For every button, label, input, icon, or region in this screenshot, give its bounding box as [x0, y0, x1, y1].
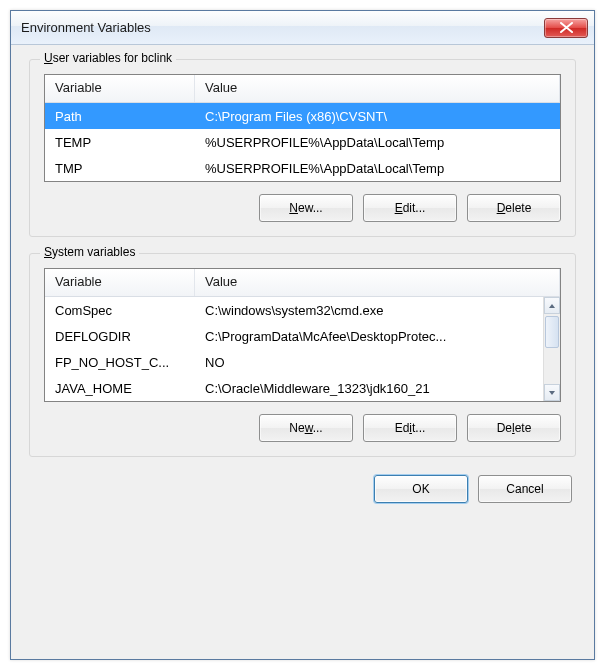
- user-variables-list[interactable]: Variable Value Path C:\Program Files (x8…: [44, 74, 561, 182]
- system-new-button[interactable]: New...: [259, 414, 353, 442]
- list-header: Variable Value: [45, 269, 560, 297]
- list-row[interactable]: FP_NO_HOST_C... NO: [45, 349, 560, 375]
- user-buttons-row: New... Edit... Delete: [44, 194, 561, 222]
- user-variables-label: User variables for bclink: [40, 51, 176, 65]
- cell-value: C:\windows\system32\cmd.exe: [195, 303, 560, 318]
- cell-value: %USERPROFILE%\AppData\Local\Temp: [195, 135, 560, 150]
- scroll-track[interactable]: [544, 314, 560, 384]
- system-buttons-row: New... Edit... Delete: [44, 414, 561, 442]
- system-variables-group: System variables Variable Value ComSpec …: [29, 253, 576, 457]
- system-delete-button[interactable]: Delete: [467, 414, 561, 442]
- cell-value: NO: [195, 355, 560, 370]
- environment-variables-dialog: Environment Variables User variables for…: [10, 10, 595, 660]
- column-header-variable[interactable]: Variable: [45, 75, 195, 102]
- cell-variable: ComSpec: [45, 303, 195, 318]
- list-row[interactable]: Path C:\Program Files (x86)\CVSNT\: [45, 103, 560, 129]
- cell-variable: Path: [45, 109, 195, 124]
- cell-variable: DEFLOGDIR: [45, 329, 195, 344]
- titlebar: Environment Variables: [11, 11, 594, 45]
- list-header: Variable Value: [45, 75, 560, 103]
- list-row[interactable]: TMP %USERPROFILE%\AppData\Local\Temp: [45, 155, 560, 181]
- column-header-value[interactable]: Value: [195, 75, 560, 102]
- cell-value: C:\ProgramData\McAfee\DesktopProtec...: [195, 329, 560, 344]
- list-row[interactable]: JAVA_HOME C:\Oracle\Middleware_1323\jdk1…: [45, 375, 560, 401]
- close-button[interactable]: [544, 18, 588, 38]
- list-row[interactable]: TEMP %USERPROFILE%\AppData\Local\Temp: [45, 129, 560, 155]
- list-rows: ComSpec C:\windows\system32\cmd.exe DEFL…: [45, 297, 560, 401]
- list-row[interactable]: DEFLOGDIR C:\ProgramData\McAfee\DesktopP…: [45, 323, 560, 349]
- system-variables-list[interactable]: Variable Value ComSpec C:\windows\system…: [44, 268, 561, 402]
- ok-button[interactable]: OK: [374, 475, 468, 503]
- cell-variable: TEMP: [45, 135, 195, 150]
- user-new-button[interactable]: New...: [259, 194, 353, 222]
- cell-value: C:\Program Files (x86)\CVSNT\: [195, 109, 560, 124]
- scroll-thumb[interactable]: [545, 316, 559, 348]
- user-variables-group: User variables for bclink Variable Value…: [29, 59, 576, 237]
- cell-variable: JAVA_HOME: [45, 381, 195, 396]
- cell-value: %USERPROFILE%\AppData\Local\Temp: [195, 161, 560, 176]
- cancel-button[interactable]: Cancel: [478, 475, 572, 503]
- chevron-down-icon: [548, 390, 556, 396]
- system-variables-label: System variables: [40, 245, 139, 259]
- scroll-down-button[interactable]: [544, 384, 560, 401]
- cell-variable: FP_NO_HOST_C...: [45, 355, 195, 370]
- close-icon: [560, 22, 573, 33]
- cell-variable: TMP: [45, 161, 195, 176]
- column-header-variable[interactable]: Variable: [45, 269, 195, 296]
- list-row[interactable]: ComSpec C:\windows\system32\cmd.exe: [45, 297, 560, 323]
- user-edit-button[interactable]: Edit...: [363, 194, 457, 222]
- window-title: Environment Variables: [21, 20, 544, 35]
- column-header-value[interactable]: Value: [195, 269, 560, 296]
- scrollbar[interactable]: [543, 297, 560, 401]
- scroll-up-button[interactable]: [544, 297, 560, 314]
- system-edit-button[interactable]: Edit...: [363, 414, 457, 442]
- cell-value: C:\Oracle\Middleware_1323\jdk160_21: [195, 381, 560, 396]
- user-delete-button[interactable]: Delete: [467, 194, 561, 222]
- list-rows: Path C:\Program Files (x86)\CVSNT\ TEMP …: [45, 103, 560, 181]
- chevron-up-icon: [548, 303, 556, 309]
- dialog-buttons-row: OK Cancel: [29, 473, 576, 509]
